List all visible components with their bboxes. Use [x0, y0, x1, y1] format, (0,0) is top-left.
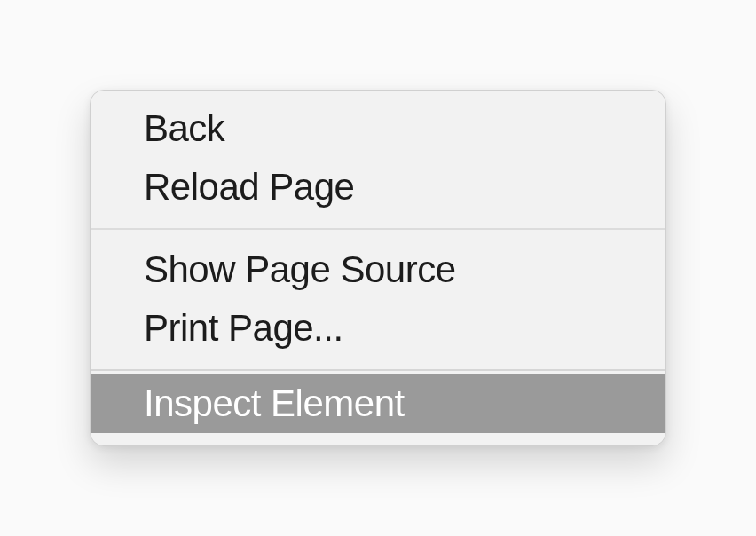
menu-item-print-page[interactable]: Print Page... — [91, 299, 665, 359]
context-menu: Back Reload Page Show Page Source Print … — [90, 90, 666, 447]
menu-item-inspect-element[interactable]: Inspect Element — [91, 374, 665, 434]
menu-item-show-page-source[interactable]: Show Page Source — [91, 240, 665, 300]
menu-item-reload-page[interactable]: Reload Page — [91, 158, 665, 217]
menu-item-back[interactable]: Back — [91, 99, 665, 159]
menu-separator — [91, 228, 665, 230]
menu-separator — [91, 369, 665, 371]
